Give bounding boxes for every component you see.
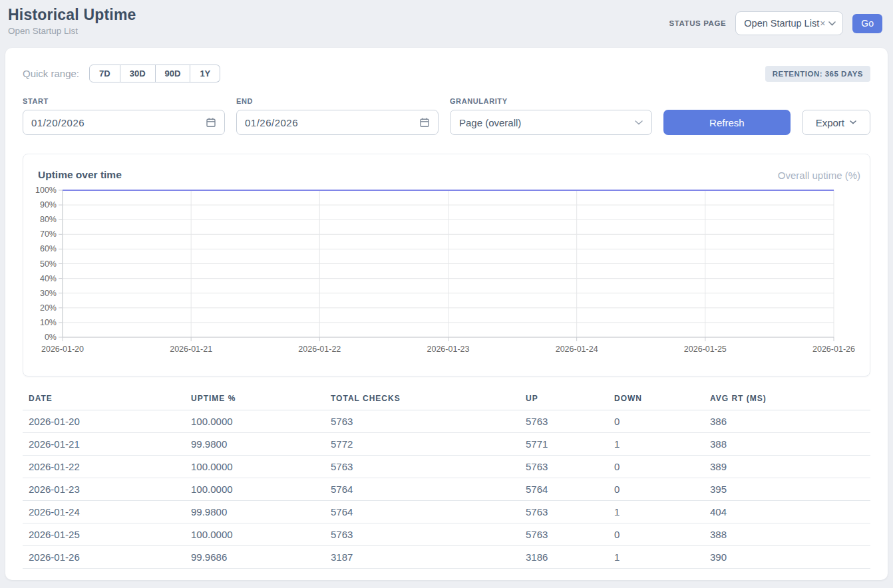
status-page-select[interactable]: Open Startup List × [735,11,843,35]
svg-text:20%: 20% [40,303,57,313]
start-date-input-box[interactable] [23,110,225,135]
table-row: 2026-01-2499.9800576457631404 [23,501,870,523]
granularity-selected-value: Page (overall) [459,117,521,128]
column-header: UPTIME % [185,392,325,410]
svg-text:90%: 90% [40,200,57,210]
svg-text:30%: 30% [40,289,57,298]
table-cell: 389 [704,456,870,478]
table-cell: 0 [608,478,704,501]
table-header-row: DATEUPTIME %TOTAL CHECKSUPDOWNAVG RT (MS… [23,392,870,410]
export-button-label: Export [816,117,844,128]
chevron-down-icon [828,21,836,26]
table-cell: 5763 [325,456,520,478]
column-header: AVG RT (MS) [704,392,870,410]
main-card: Quick range: 7D 30D 90D 1Y RETENTION: 36… [5,48,888,580]
table-cell: 2026-01-21 [23,433,185,456]
table-row: 2026-01-2699.9686318731861390 [23,546,870,569]
table-cell: 0 [608,523,704,546]
chevron-down-icon [850,120,856,124]
svg-text:2026-01-25: 2026-01-25 [684,345,727,354]
table-row: 2026-01-22100.0000576357630389 [23,456,870,478]
uptime-table: DATEUPTIME %TOTAL CHECKSUPDOWNAVG RT (MS… [23,392,870,569]
table-cell: 5763 [520,456,608,478]
end-date-input-box[interactable] [236,110,439,135]
quick-range-90d-button[interactable]: 90D [156,65,191,82]
chart-legend: Overall uptime (%) [778,170,860,181]
table-cell: 100.0000 [185,523,325,546]
table-cell: 0 [608,410,704,433]
quick-range-buttons: 7D 30D 90D 1Y [89,65,220,82]
granularity-label: GRANULARITY [450,97,652,105]
table-cell: 388 [704,433,870,456]
granularity-select[interactable]: Page (overall) [450,110,652,135]
table-cell: 100.0000 [185,456,325,478]
table-cell: 390 [704,546,870,569]
table-cell: 5764 [325,501,520,523]
start-label: START [23,97,225,105]
svg-text:2026-01-22: 2026-01-22 [298,345,341,354]
column-header: DATE [23,392,185,410]
table-cell: 100.0000 [185,478,325,501]
table-cell: 404 [704,501,870,523]
table-cell: 5763 [325,410,520,433]
table-cell: 386 [704,410,870,433]
quick-range-1y-button[interactable]: 1Y [190,65,220,82]
table-cell: 5764 [325,478,520,501]
page-title: Historical Uptime [8,6,136,24]
chart-card: Uptime over time Overall uptime (%) 0%10… [23,154,870,376]
svg-text:0%: 0% [45,333,57,342]
table-cell: 388 [704,523,870,546]
end-label: END [236,97,439,105]
column-header: UP [520,392,608,410]
svg-text:80%: 80% [40,215,57,224]
svg-text:40%: 40% [40,274,57,283]
page-header: Historical Uptime Open Startup List STAT… [0,0,893,48]
start-date-input[interactable] [31,117,206,128]
go-button[interactable]: Go [852,14,882,33]
table-cell: 0 [608,456,704,478]
table-cell: 5763 [325,523,520,546]
table-cell: 5763 [520,410,608,433]
title-block: Historical Uptime Open Startup List [8,6,136,36]
status-page-label: STATUS PAGE [669,19,726,27]
svg-text:100%: 100% [35,186,57,195]
table-cell: 2026-01-20 [23,410,185,433]
table-cell: 3186 [520,546,608,569]
table-cell: 2026-01-23 [23,478,185,501]
granularity-field: GRANULARITY Page (overall) [450,97,652,135]
table-cell: 99.9686 [185,546,325,569]
table-cell: 99.9800 [185,501,325,523]
table-cell: 2026-01-22 [23,456,185,478]
table-cell: 1 [608,501,704,523]
calendar-icon[interactable] [206,117,216,128]
page-subtitle: Open Startup List [8,26,136,36]
table-cell: 2026-01-24 [23,501,185,523]
svg-text:2026-01-21: 2026-01-21 [170,345,212,354]
chart-title: Uptime over time [38,169,122,181]
svg-text:2026-01-26: 2026-01-26 [812,345,855,354]
table-row: 2026-01-20100.0000576357630386 [23,410,870,433]
status-page-selected-value: Open Startup List [744,18,819,29]
svg-text:2026-01-20: 2026-01-20 [41,345,84,354]
quick-range-7d-button[interactable]: 7D [89,65,120,82]
end-date-input[interactable] [245,117,419,128]
export-button[interactable]: Export [802,110,870,135]
table-cell: 3187 [325,546,520,569]
table-cell: 1 [608,546,704,569]
chart-header: Uptime over time Overall uptime (%) [31,169,860,181]
quick-range-30d-button[interactable]: 30D [120,65,156,82]
start-date-field: START [23,97,225,135]
table-cell: 100.0000 [185,410,325,433]
table-body: 2026-01-20100.00005763576303862026-01-21… [23,410,870,569]
refresh-button[interactable]: Refresh [663,110,791,135]
table-cell: 2026-01-25 [23,523,185,546]
retention-badge: RETENTION: 365 DAYS [765,66,870,82]
table-cell: 2026-01-26 [23,546,185,569]
table-cell: 5771 [520,433,608,456]
svg-text:70%: 70% [40,229,57,239]
column-header: DOWN [608,392,704,410]
svg-text:2026-01-23: 2026-01-23 [427,345,470,354]
header-right: STATUS PAGE Open Startup List × Go [669,11,882,35]
calendar-icon[interactable] [419,117,430,128]
clear-selection-icon[interactable]: × [820,18,825,29]
